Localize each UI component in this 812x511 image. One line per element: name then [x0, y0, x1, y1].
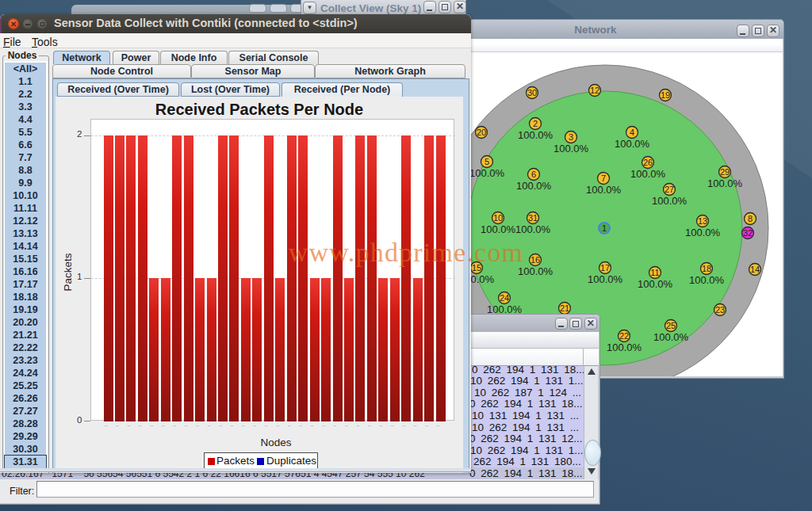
svg-text:100.0%: 100.0% — [481, 223, 516, 235]
svg-text:3: 3 — [569, 132, 573, 142]
svg-text:7: 7 — [601, 174, 606, 183]
svg-text:100.0%: 100.0% — [652, 195, 688, 207]
svg-text:100.0%: 100.0% — [516, 180, 552, 192]
svg-text:29: 29 — [720, 167, 730, 177]
svg-text:100.0%: 100.0% — [653, 331, 689, 343]
svg-text:12: 12 — [590, 86, 599, 95]
svg-text:100.0%: 100.0% — [586, 184, 622, 196]
svg-text:100.0%: 100.0% — [518, 129, 553, 141]
svg-text:100.0%: 100.0% — [553, 143, 589, 154]
svg-text:10: 10 — [493, 213, 503, 223]
svg-text:100.0%: 100.0% — [515, 223, 551, 235]
svg-text:4: 4 — [630, 128, 634, 137]
svg-text:100.0%: 100.0% — [689, 274, 725, 286]
svg-text:22: 22 — [619, 331, 629, 341]
svg-text:100.0%: 100.0% — [588, 273, 623, 285]
svg-text:11: 11 — [650, 268, 659, 277]
svg-text:23: 23 — [715, 305, 725, 315]
svg-text:1: 1 — [602, 223, 607, 233]
svg-text:27: 27 — [665, 185, 674, 194]
svg-text:100.0%: 100.0% — [469, 167, 505, 179]
svg-text:32: 32 — [743, 228, 753, 238]
svg-text:6: 6 — [531, 170, 536, 179]
svg-text:100.0%: 100.0% — [685, 227, 721, 238]
svg-text:100.0%: 100.0% — [607, 341, 642, 353]
svg-text:100.0%: 100.0% — [707, 177, 743, 189]
svg-text:19: 19 — [661, 90, 670, 100]
svg-text:100.0%: 100.0% — [630, 168, 666, 180]
svg-text:31: 31 — [528, 213, 538, 223]
svg-text:25: 25 — [666, 321, 676, 330]
svg-text:21: 21 — [560, 303, 569, 313]
svg-text:20: 20 — [477, 128, 486, 137]
svg-text:100.0%: 100.0% — [638, 278, 673, 290]
svg-text:26: 26 — [643, 158, 653, 167]
svg-text:8: 8 — [748, 214, 753, 223]
svg-text:5: 5 — [485, 157, 489, 166]
svg-text:13: 13 — [698, 216, 707, 226]
svg-text:24: 24 — [500, 293, 509, 303]
svg-text:100.0%: 100.0% — [615, 138, 650, 150]
svg-text:30: 30 — [527, 88, 537, 97]
svg-text:2: 2 — [533, 119, 538, 128]
